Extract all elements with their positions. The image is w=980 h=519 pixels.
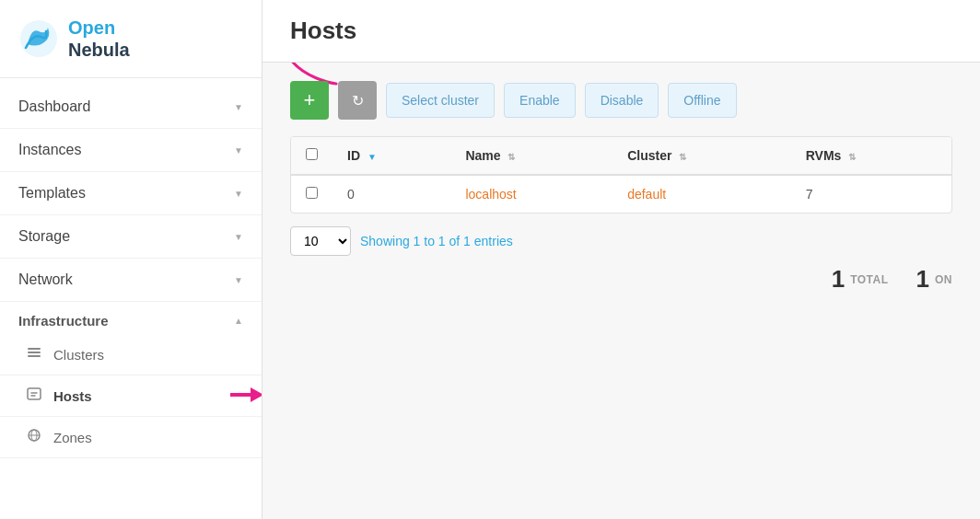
svg-rect-4 — [28, 388, 41, 399]
sidebar-item-clusters-label: Clusters — [53, 347, 104, 363]
svg-rect-6 — [230, 393, 251, 397]
chevron-down-icon: ▼ — [234, 275, 243, 285]
table-body: 0 localhost default 7 — [291, 175, 951, 213]
sidebar-item-dashboard[interactable]: Dashboard ▼ — [0, 86, 262, 129]
hosts-icon — [26, 386, 42, 406]
offline-button[interactable]: Offline — [668, 83, 736, 118]
sidebar-item-templates-label: Templates — [18, 185, 86, 202]
add-button-container: + — [290, 81, 329, 120]
svg-rect-2 — [28, 352, 41, 353]
sidebar-item-storage[interactable]: Storage ▼ — [0, 215, 262, 259]
svg-rect-1 — [28, 348, 41, 350]
header-cluster: Cluster ⇅ — [612, 137, 791, 175]
stat-total: 1 TOTAL — [832, 265, 889, 294]
chevron-down-icon: ▼ — [234, 189, 243, 199]
enable-button[interactable]: Enable — [504, 83, 576, 118]
sidebar-item-network[interactable]: Network ▼ — [0, 259, 262, 302]
disable-button[interactable]: Disable — [585, 83, 659, 118]
chevron-down-icon: ▼ — [234, 102, 243, 112]
svg-rect-3 — [28, 355, 41, 357]
stat-on-number: 1 — [916, 265, 929, 294]
sidebar-item-infrastructure-label: Infrastructure — [18, 313, 109, 329]
sidebar-item-zones[interactable]: Zones — [0, 417, 262, 458]
nav-items: Dashboard ▼ Instances ▼ Templates ▼ Stor… — [0, 78, 262, 519]
main-content: Hosts + ↻ Select cluster Enable Disable … — [262, 0, 980, 519]
stat-on: 1 ON — [916, 265, 952, 294]
header-name: Name ⇅ — [450, 137, 612, 175]
row-checkbox[interactable] — [306, 187, 318, 199]
sort-cluster-icon[interactable]: ⇅ — [679, 152, 686, 162]
showing-text: Showing 1 to 1 of 1 entries — [360, 234, 513, 248]
chevron-up-icon: ▲ — [234, 316, 243, 326]
toolbar: + ↻ Select cluster Enable Disable Offlin… — [290, 81, 952, 120]
sidebar-item-hosts[interactable]: Hosts — [0, 375, 262, 417]
table-header-row: ID ▼ Name ⇅ Cluster ⇅ RVMs — [291, 137, 951, 175]
header-name-label: Name — [465, 148, 500, 163]
logo-text: OpenNebula — [68, 17, 130, 61]
stat-total-number: 1 — [832, 265, 845, 294]
hosts-pink-arrow — [230, 386, 262, 407]
sidebar: OpenNebula Dashboard ▼ Instances ▼ Templ… — [0, 0, 262, 519]
sort-rvms-icon[interactable]: ⇅ — [848, 152, 856, 162]
table: ID ▼ Name ⇅ Cluster ⇅ RVMs — [291, 137, 951, 213]
page-header: Hosts — [262, 0, 980, 63]
sidebar-item-zones-label: Zones — [53, 430, 92, 445]
sidebar-item-templates[interactable]: Templates ▼ — [0, 172, 262, 215]
select-cluster-button[interactable]: Select cluster — [386, 83, 495, 118]
per-page-select[interactable]: 10 25 50 100 — [290, 226, 351, 256]
stat-on-label: ON — [935, 273, 952, 286]
table-row: 0 localhost default 7 — [291, 175, 951, 213]
sidebar-item-instances[interactable]: Instances ▼ — [0, 129, 262, 172]
logo-area: OpenNebula — [0, 0, 262, 78]
row-id: 0 — [332, 175, 450, 213]
header-rvms: RVMs ⇅ — [791, 137, 951, 175]
sidebar-item-instances-label: Instances — [18, 142, 81, 158]
header-cluster-label: Cluster — [627, 148, 671, 163]
stat-total-label: TOTAL — [850, 273, 888, 286]
sidebar-item-clusters[interactable]: Clusters — [0, 334, 262, 375]
header-id-label: ID — [347, 148, 360, 163]
add-host-button[interactable]: + — [290, 81, 329, 120]
row-checkbox-cell — [291, 175, 332, 213]
sidebar-item-infrastructure[interactable]: Infrastructure ▲ — [0, 302, 262, 334]
pagination-row: 10 25 50 100 Showing 1 to 1 of 1 entries — [290, 226, 952, 256]
header-id: ID ▼ — [332, 137, 450, 175]
select-all-checkbox[interactable] — [306, 148, 318, 160]
header-rvms-label: RVMs — [806, 148, 842, 163]
sort-name-icon[interactable]: ⇅ — [508, 152, 515, 162]
row-cluster[interactable]: default — [612, 175, 791, 213]
header-checkbox — [291, 137, 332, 175]
logo-icon — [18, 18, 59, 59]
content-area: + ↻ Select cluster Enable Disable Offlin… — [262, 63, 980, 519]
row-name[interactable]: localhost — [450, 175, 612, 213]
chevron-down-icon: ▼ — [234, 145, 243, 156]
svg-marker-5 — [251, 387, 262, 402]
chevron-down-icon: ▼ — [234, 232, 243, 242]
sidebar-item-storage-label: Storage — [18, 228, 70, 245]
sidebar-item-hosts-label: Hosts — [53, 388, 92, 404]
row-rvms: 7 — [791, 175, 951, 213]
hosts-table: ID ▼ Name ⇅ Cluster ⇅ RVMs — [290, 136, 952, 213]
footer-stats: 1 TOTAL 1 ON — [290, 256, 952, 294]
sort-id-icon[interactable]: ▼ — [368, 152, 377, 162]
sidebar-sub-items: Clusters Hosts — [0, 334, 262, 458]
page-title: Hosts — [290, 17, 952, 45]
clusters-icon — [26, 344, 42, 364]
sidebar-item-dashboard-label: Dashboard — [18, 98, 90, 115]
zones-icon — [26, 427, 42, 447]
sidebar-item-network-label: Network — [18, 271, 73, 288]
